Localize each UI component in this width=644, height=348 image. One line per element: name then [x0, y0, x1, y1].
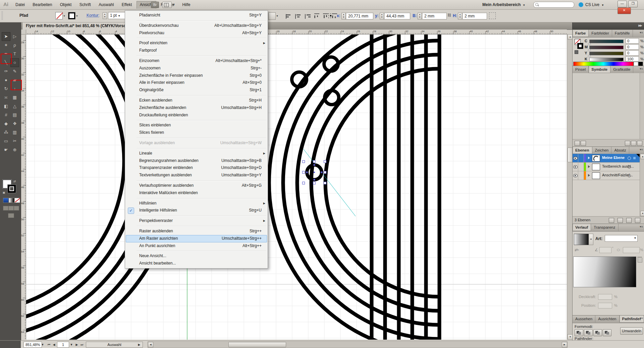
panel-tab[interactable]: Ausrichten: [595, 315, 619, 323]
new-symbol-icon[interactable]: [631, 141, 636, 146]
lasso-tool[interactable]: ρ: [10, 41, 19, 50]
screen-mode-button[interactable]: [8, 213, 14, 218]
stroke-panel-link[interactable]: Kontur:: [87, 13, 100, 18]
menu-item[interactable]: [125, 179, 268, 182]
stroke-weight-field[interactable]: 1 pt ▼: [108, 12, 126, 19]
break-link-icon[interactable]: [625, 141, 630, 146]
menu-item[interactable]: Druckaufteilung einblenden: [125, 112, 268, 119]
pencil-tool[interactable]: ✎: [10, 67, 19, 76]
menu-item[interactable]: Slices fixieren: [125, 129, 268, 136]
menu-item[interactable]: [125, 214, 268, 217]
panel-menu-icon[interactable]: ▾≡: [640, 67, 643, 70]
zoom-tool[interactable]: ⊕: [10, 146, 19, 154]
menu-item[interactable]: Perspektivenraster ▶: [125, 217, 268, 225]
close-button[interactable]: ✕: [618, 7, 631, 14]
align-right-icon[interactable]: [305, 14, 311, 19]
panel-menu-icon[interactable]: ▾≡: [640, 31, 643, 34]
panel-scrollbar[interactable]: [640, 73, 644, 139]
visibility-cell[interactable]: [573, 171, 578, 180]
page-number-field[interactable]: 1: [57, 342, 69, 348]
zoom-level-field[interactable]: 851,48%: [23, 342, 42, 348]
menubar-item[interactable]: Hilfe: [179, 1, 194, 8]
link-dimensions-icon[interactable]: ⛓: [447, 13, 451, 17]
channel-value-field[interactable]: 0: [626, 50, 639, 56]
selection-indicator[interactable]: [633, 174, 636, 177]
menu-item[interactable]: [125, 249, 268, 252]
layer-thumbnail[interactable]: [592, 172, 600, 179]
horizontal-scrollbar[interactable]: ◀ ▶: [148, 341, 568, 348]
panel-menu-icon[interactable]: ▾≡: [640, 316, 643, 320]
make-clipping-mask-icon[interactable]: [609, 218, 614, 223]
panel-tab[interactable]: Pinsel: [573, 66, 589, 73]
vertical-scrollbar[interactable]: ▲ ▼: [567, 34, 573, 340]
next-page-icon[interactable]: ▶: [74, 342, 79, 348]
x-stepper[interactable]: ▲▼: [341, 13, 346, 19]
layer-row[interactable]: Meine Ebene: [573, 154, 640, 163]
menubar-item[interactable]: Bearbeiten: [29, 1, 55, 8]
hand-tool[interactable]: ☛: [2, 146, 10, 154]
slice-tool[interactable]: ✂: [10, 137, 19, 146]
menu-item[interactable]: ✓ Intelligente Hilfslinien Strg+U: [125, 207, 268, 214]
stroke-color-swatch[interactable]: [68, 12, 75, 19]
position-field[interactable]: [598, 303, 612, 308]
unite-button[interactable]: [575, 329, 583, 336]
menu-item[interactable]: Raster ausblenden Strg++: [125, 228, 268, 235]
workspace-switcher[interactable]: Mein Arbeitsbereich▼: [482, 2, 525, 8]
menu-item[interactable]: [125, 147, 268, 150]
visibility-cell[interactable]: [573, 163, 578, 171]
new-sublayer-icon[interactable]: [618, 218, 623, 223]
zoom-dropdown-icon[interactable]: ▼: [40, 342, 45, 348]
stroke-proxy-swatch[interactable]: [577, 43, 583, 49]
menu-item[interactable]: [125, 225, 268, 228]
symbol-sprayer-tool[interactable]: ⁂: [2, 128, 10, 137]
channel-slider[interactable]: [589, 58, 624, 61]
layer-row[interactable]: Anschnitt/Falzlini...: [573, 171, 640, 180]
menu-item[interactable]: [125, 54, 268, 57]
minus-front-button[interactable]: [584, 329, 593, 336]
shape-builder-tool[interactable]: ◧: [2, 102, 10, 111]
artboard-canvas[interactable]: [26, 34, 567, 340]
menu-item[interactable]: [125, 119, 268, 122]
last-color-swatch[interactable]: [575, 50, 578, 54]
symbol-libraries-icon[interactable]: [575, 141, 580, 146]
y-field[interactable]: 44,43 mm: [384, 13, 410, 19]
menu-item[interactable]: Auszoomen Strg+-: [125, 65, 268, 72]
panel-tab[interactable]: Zeichen: [592, 147, 612, 154]
panel-tab[interactable]: Transparenz: [591, 224, 618, 231]
panel-tab[interactable]: Farbe: [573, 30, 589, 37]
embed-options-button[interactable]: [268, 12, 276, 20]
channel-slider[interactable]: [589, 40, 624, 43]
lock-cell[interactable]: [578, 154, 584, 162]
menu-item[interactable]: Zeichenfläche in Fenster einpassen Strg+…: [125, 72, 268, 79]
aspect-ratio-field[interactable]: [623, 247, 640, 253]
slider-marker[interactable]: [588, 55, 591, 57]
horizontal-ruler[interactable]: 1412108642024681012141618202224262830323…: [21, 30, 567, 35]
delete-layer-icon[interactable]: [635, 218, 640, 223]
menu-item[interactable]: Pixelvorschau Alt+Strg+Y: [125, 30, 268, 37]
visibility-cell[interactable]: [573, 154, 578, 162]
reverse-gradient-icon[interactable]: ⇄▫: [575, 248, 579, 252]
menu-item[interactable]: Slices einblenden: [125, 122, 268, 129]
menu-item[interactable]: Pfadansicht Strg+Y: [125, 12, 268, 19]
menu-item[interactable]: Zeichenfläche ausblenden Umschalttaste+S…: [125, 104, 268, 112]
intersect-button[interactable]: [593, 329, 602, 336]
panel-scrollbar[interactable]: ▲ ▼: [640, 154, 644, 216]
last-page-icon[interactable]: ⏭: [79, 342, 85, 348]
default-fill-stroke-icon[interactable]: ▣: [3, 191, 5, 194]
perspective-grid-tool[interactable]: △: [10, 102, 19, 111]
width-stepper[interactable]: ▲▼: [418, 13, 422, 19]
blob-brush-tool[interactable]: ●: [2, 76, 10, 84]
chevron-down-icon[interactable]: ▼: [172, 3, 175, 6]
first-page-icon[interactable]: ⏮: [46, 342, 52, 348]
menu-item[interactable]: Verlaufsoptimierer ausblenden Alt+Strg+G: [125, 182, 268, 189]
expand-arrow-icon[interactable]: [588, 157, 590, 159]
delete-symbol-icon[interactable]: [637, 141, 642, 146]
menu-item[interactable]: Alle in Fenster einpassen Alt+Strg+0: [125, 79, 268, 86]
draw-inside-mode-button[interactable]: [14, 206, 19, 211]
menu-item[interactable]: Originalgröße Strg+1: [125, 86, 268, 94]
expand-arrow-icon[interactable]: [588, 165, 590, 168]
height-field[interactable]: 2 mm: [462, 13, 487, 19]
scroll-up-icon[interactable]: ▲: [640, 154, 644, 159]
minimize-button[interactable]: —: [618, 1, 627, 7]
target-circle-icon[interactable]: [628, 165, 631, 169]
